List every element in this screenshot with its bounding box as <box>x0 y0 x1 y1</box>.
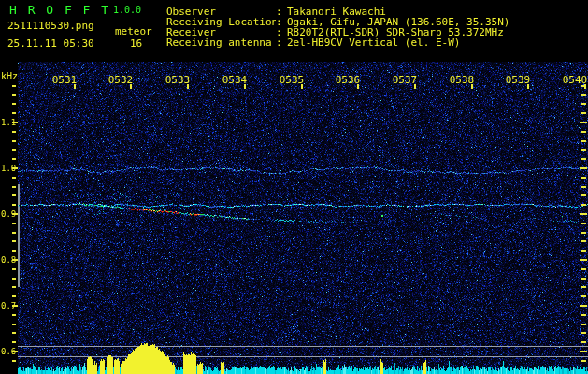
time-tick-label: 0535 <box>279 75 305 85</box>
time-tick-label: 0533 <box>165 75 191 85</box>
time-tick-label: 0540 <box>562 75 588 85</box>
info-label: Observer <box>166 7 276 17</box>
hrofft-screen: H R O F F T 1.0.0 2511110530.png meteor … <box>0 0 588 374</box>
time-tick-label: 0532 <box>108 75 134 85</box>
echo-count: 16 <box>130 37 142 50</box>
time-tick-label: 0539 <box>505 75 531 85</box>
spectrogram-canvas <box>0 0 588 374</box>
app-version: 1.0.0 <box>113 5 141 15</box>
info-label: Receiving Location <box>166 17 276 27</box>
time-tick-label: 0538 <box>449 75 475 85</box>
info-colon: : <box>276 37 287 48</box>
datetime-label: 25.11.11 05:30 <box>7 37 94 50</box>
time-tick-label: 0537 <box>392 75 418 85</box>
info-label: Receiving antenna <box>166 37 276 48</box>
info-value: 2el-HB9CV Vertical (el. E-W) <box>287 37 460 48</box>
info-label: Receiver <box>166 27 276 37</box>
info-row-antenna: Receiving antenna:2el-HB9CV Vertical (el… <box>166 37 460 48</box>
mode-label: meteor <box>115 25 152 37</box>
freq-tick-label: 0.6 <box>1 347 16 356</box>
time-tick-label: 0534 <box>222 75 248 85</box>
freq-tick-label: 0.8 <box>1 255 16 265</box>
freq-tick-label: 0.9 <box>1 209 16 219</box>
app-title: H R O F F T <box>9 3 110 17</box>
time-tick-label: 0536 <box>335 75 361 85</box>
freq-tick-label: 1.0 <box>1 164 16 173</box>
output-filename: 2511110530.png <box>7 20 94 32</box>
time-tick-label: 0531 <box>51 75 78 85</box>
freq-tick-label: 1.1 <box>1 118 16 127</box>
y-axis-unit-label: kHz <box>1 71 18 81</box>
freq-tick-label: 0.7 <box>1 301 16 310</box>
